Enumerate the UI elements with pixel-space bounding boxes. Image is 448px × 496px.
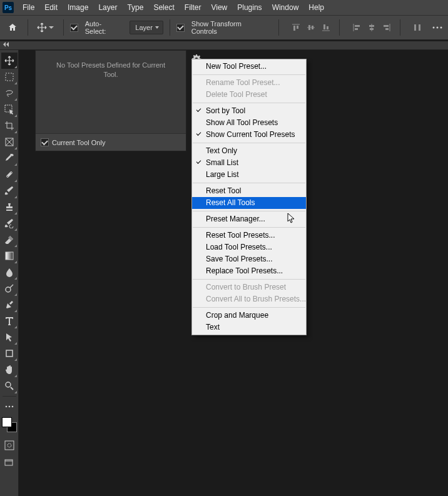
tool-preset-picker[interactable]	[34, 21, 57, 34]
screen-mode-button[interactable]	[1, 455, 18, 471]
show-transform-checkbox[interactable]	[176, 24, 185, 32]
svg-rect-32	[5, 460, 13, 465]
menu-type[interactable]: Type	[122, 0, 148, 15]
eyedropper-tool[interactable]	[1, 150, 18, 166]
edit-toolbar-button[interactable]	[1, 398, 18, 415]
menu-view[interactable]: View	[206, 0, 232, 15]
auto-select-target-dropdown[interactable]: Layer	[130, 21, 163, 34]
menu-item-reset-tool[interactable]: Reset Tool	[192, 185, 306, 197]
align-hcenter-button[interactable]	[365, 21, 379, 34]
menu-item-show-current-tool-presets[interactable]: Show Current Tool Presets	[192, 129, 306, 141]
align-top-icon	[292, 23, 300, 32]
svg-rect-4	[323, 24, 325, 29]
frame-icon	[5, 138, 14, 146]
menu-edit[interactable]: Edit	[39, 0, 63, 15]
distribute-icon	[413, 23, 422, 32]
svg-rect-2	[308, 25, 310, 30]
menu-item-small-list[interactable]: Small List	[192, 157, 306, 169]
type-tool[interactable]	[1, 313, 18, 329]
svg-rect-23	[6, 252, 13, 260]
pen-icon	[4, 300, 14, 310]
current-tool-only-checkbox[interactable]	[41, 138, 49, 146]
svg-point-27	[5, 406, 7, 408]
marquee-tool[interactable]	[1, 69, 18, 85]
blur-tool[interactable]	[1, 264, 18, 280]
align-top-button[interactable]	[289, 21, 303, 34]
svg-point-24	[6, 287, 11, 292]
preset-empty-message: No Tool Presets Defined for Current Tool…	[41, 61, 181, 79]
align-left-button[interactable]	[350, 21, 364, 34]
menu-item-new-tool-preset[interactable]: New Tool Preset...	[192, 61, 306, 73]
align-hcenter-icon	[367, 23, 376, 32]
menu-item-reset-all-tools[interactable]: Reset All Tools	[192, 197, 306, 209]
menu-item-show-all-tool-presets[interactable]: Show All Tool Presets	[192, 117, 306, 129]
menu-help[interactable]: Help	[303, 0, 329, 15]
color-swatches[interactable]	[2, 417, 17, 432]
svg-point-16	[440, 27, 442, 29]
frame-tool[interactable]	[1, 134, 18, 150]
preset-list-area: No Tool Presets Defined for Current Tool…	[36, 51, 186, 133]
svg-rect-7	[355, 28, 358, 30]
menu-plugins[interactable]: Plugins	[232, 0, 267, 15]
menu-layer[interactable]: Layer	[93, 0, 122, 15]
eraser-tool[interactable]	[1, 231, 18, 248]
align-vcenter-icon	[307, 23, 315, 32]
menu-file[interactable]: File	[18, 0, 39, 15]
dodge-tool[interactable]	[1, 280, 18, 296]
menu-image[interactable]: Image	[63, 0, 93, 15]
shape-tool[interactable]	[1, 345, 18, 362]
align-right-button[interactable]	[380, 21, 394, 34]
gradient-tool[interactable]	[1, 248, 18, 264]
align-bottom-button[interactable]	[319, 21, 333, 34]
menu-item-load-tool-presets[interactable]: Load Tool Presets...	[192, 241, 306, 253]
stamp-tool[interactable]	[1, 199, 18, 215]
healing-icon	[4, 170, 14, 180]
menu-select[interactable]: Select	[148, 0, 179, 15]
object-select-tool[interactable]	[1, 101, 18, 118]
svg-point-31	[8, 443, 11, 447]
menu-item-sort-by-tool[interactable]: Sort by Tool	[192, 105, 306, 117]
zoom-tool[interactable]	[1, 378, 18, 394]
foreground-color[interactable]	[2, 417, 12, 427]
menu-item-replace-tool-presets[interactable]: Replace Tool Presets...	[192, 265, 306, 277]
menu-separator	[193, 103, 305, 103]
quick-mask-button[interactable]	[1, 437, 18, 453]
ps-logo[interactable]: Ps	[3, 2, 14, 13]
svg-rect-10	[384, 25, 389, 27]
menu-item-text[interactable]: Text	[192, 321, 306, 333]
align-group-2	[350, 21, 394, 34]
menu-item-reset-tool-presets[interactable]: Reset Tool Presets...	[192, 230, 306, 241]
auto-select-checkbox[interactable]	[70, 24, 78, 32]
lasso-icon	[4, 88, 14, 98]
healing-tool[interactable]	[1, 166, 18, 183]
distribute-button[interactable]	[410, 21, 424, 34]
history-brush-tool[interactable]	[1, 215, 18, 231]
menu-item-preset-manager[interactable]: Preset Manager...	[192, 213, 306, 225]
svg-rect-0	[293, 26, 295, 31]
more-options-button[interactable]	[430, 21, 444, 34]
path-select-tool[interactable]	[1, 329, 18, 345]
lasso-tool[interactable]	[1, 85, 18, 101]
divider	[63, 19, 64, 36]
move-tool[interactable]	[1, 53, 18, 69]
divider	[28, 19, 28, 36]
brush-tool[interactable]	[1, 183, 18, 199]
menu-filter[interactable]: Filter	[180, 0, 206, 15]
pen-tool[interactable]	[1, 296, 18, 313]
collapse-panel-icon[interactable]	[3, 41, 9, 48]
screen-mode-icon	[4, 458, 14, 468]
panel-tab-strip	[0, 41, 448, 50]
distribute-group	[410, 21, 424, 34]
tool-preset-panel: No Tool Presets Defined for Current Tool…	[35, 50, 186, 151]
svg-point-29	[11, 406, 13, 408]
menu-window[interactable]: Window	[267, 0, 304, 15]
align-vcenter-button[interactable]	[304, 21, 318, 34]
hand-tool[interactable]	[1, 362, 18, 378]
menu-item-text-only[interactable]: Text Only	[192, 145, 306, 157]
home-button[interactable]	[4, 19, 21, 36]
menu-item-save-tool-presets[interactable]: Save Tool Presets...	[192, 253, 306, 265]
menu-item-large-list[interactable]: Large List	[192, 169, 306, 181]
menu-item-crop-and-marquee[interactable]: Crop and Marquee	[192, 310, 306, 321]
crop-tool[interactable]	[1, 118, 18, 134]
svg-point-15	[437, 27, 439, 29]
